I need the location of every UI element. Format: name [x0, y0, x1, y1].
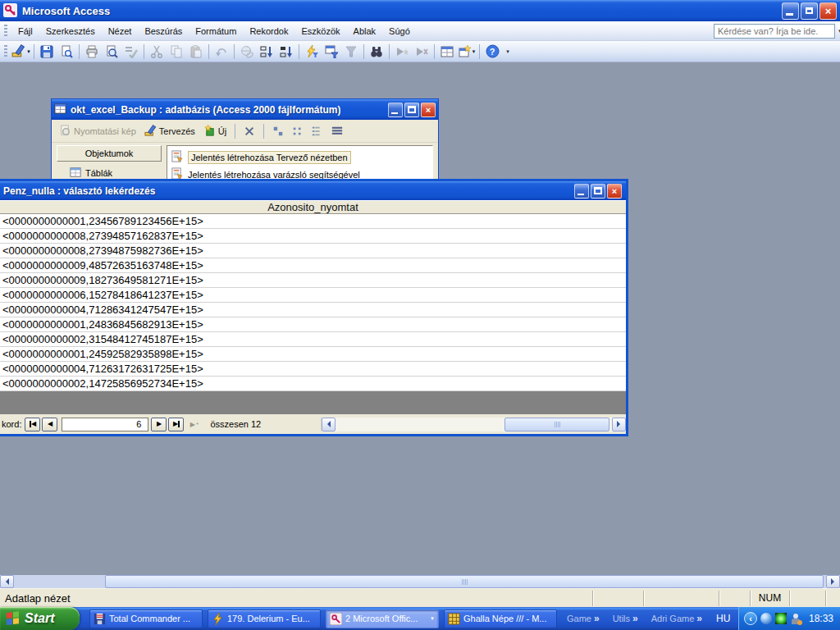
language-indicator[interactable]: HU [716, 613, 730, 624]
list-item[interactable]: Jelentés létrehozása Tervező nézetben [169, 148, 431, 166]
graphics-tray-icon[interactable] [790, 613, 802, 625]
taskbar-toolbar-adri-game[interactable]: Adri Game» [651, 613, 702, 624]
scrollbar-thumb[interactable] [105, 575, 824, 588]
table-row[interactable]: <0000000000008,27394857162837E+15> [0, 229, 626, 244]
table-row[interactable]: <0000000000009,48572635163748E+15> [0, 258, 626, 273]
minimize-button[interactable] [782, 2, 799, 20]
db-maximize-button[interactable] [404, 103, 419, 117]
small-icons-button[interactable] [290, 124, 306, 139]
table-row[interactable]: <0000000000006,15278418641237E+15> [0, 288, 626, 303]
taskbar-task-total-commander[interactable]: Total Commander ... [89, 609, 203, 628]
design-button[interactable]: Tervezés [142, 123, 198, 139]
save-button[interactable] [37, 43, 57, 61]
print-preview-button[interactable] [102, 43, 121, 61]
maximize-icon [408, 106, 416, 113]
current-record-input[interactable]: 6 [62, 418, 148, 431]
db-close-button[interactable]: × [421, 103, 436, 117]
query-close-button[interactable]: × [607, 184, 622, 199]
objects-header-label: Objektumok [85, 148, 134, 158]
table-row[interactable]: <0000000000008,27394875982736E+15> [0, 244, 626, 258]
chevron-down-icon[interactable]: ▼ [430, 616, 435, 621]
table-row[interactable]: <0000000000009,18273649581271E+15> [0, 273, 626, 288]
toolbar-label: Game [567, 614, 591, 623]
taskbar-toolbar-utils[interactable]: Utils» [613, 613, 638, 624]
horizontal-scrollbar [321, 418, 626, 431]
last-record-button[interactable]: ▶ [168, 418, 184, 431]
table-row[interactable]: <0000000000002,31548412745187E+15> [0, 332, 626, 347]
chevron-icon[interactable]: » [696, 613, 702, 624]
new-button[interactable]: Új [201, 123, 229, 139]
scroll-right-button[interactable] [826, 575, 840, 588]
taskbar-task-microsoft-office[interactable]: 2 Microsoft Offic... ▼ [326, 609, 439, 628]
messenger-tray-icon[interactable] [775, 613, 787, 624]
sort-ascending-button[interactable] [257, 43, 276, 61]
db-minimize-button[interactable] [388, 103, 403, 117]
insert-hyperlink-button [237, 43, 257, 61]
menu-insert[interactable]: Beszúrás [138, 24, 189, 39]
scroll-left-button[interactable] [322, 418, 336, 431]
query-window-titlebar: Penz_nulla : választó lekérdezés × [0, 181, 626, 200]
query-minimize-button[interactable] [574, 184, 589, 199]
first-record-button[interactable]: ◀ [25, 418, 40, 431]
menu-help[interactable]: Súgó [382, 24, 417, 39]
scrollbar-thumb[interactable] [504, 418, 609, 431]
menu-view[interactable]: Nézet [102, 24, 139, 39]
menu-file[interactable]: Fájl [11, 24, 39, 39]
close-icon: × [612, 186, 617, 196]
details-view-button[interactable] [329, 124, 345, 139]
toolbar-options-chevron[interactable]: ▾ [502, 43, 514, 61]
restore-button[interactable] [801, 2, 818, 20]
database-window-button[interactable] [437, 43, 457, 61]
filter-by-form-button[interactable] [322, 43, 341, 61]
new-record-button [392, 43, 412, 61]
copy-button [167, 43, 186, 61]
start-button[interactable]: Start [0, 607, 80, 630]
table-row[interactable]: <0000000000001,24836845682913E+15> [0, 317, 626, 332]
ask-question-input[interactable] [714, 26, 838, 36]
previous-record-button[interactable]: ◀ [42, 418, 57, 431]
menu-format[interactable]: Formátum [189, 24, 243, 39]
view-button[interactable]: ▼ [11, 43, 31, 61]
query-maximize-button[interactable] [591, 184, 605, 199]
new-object-button[interactable]: ▼ [457, 43, 477, 61]
menu-edit[interactable]: Szerkesztés [39, 24, 102, 39]
database-window-toolbar: Nyomtatási kép Tervezés Új [52, 120, 438, 143]
chevron-icon[interactable]: » [594, 613, 600, 624]
list-view-button[interactable] [309, 124, 326, 139]
find-button[interactable] [367, 43, 386, 61]
network-globe-icon[interactable] [760, 613, 772, 624]
taskbar-task-ghalla-nepe[interactable]: Ghalla Népe /// - M... [444, 609, 557, 628]
hide-icons-chevron[interactable]: ‹ [744, 612, 757, 625]
table-row[interactable]: <0000000000001,23456789123456E+15> [0, 214, 626, 229]
query-window: Penz_nulla : választó lekérdezés × Azono… [0, 179, 628, 436]
table-row[interactable]: <0000000000004,71286341247547E+15> [0, 303, 626, 317]
table-row[interactable]: <0000000000001,24592582935898E+15> [0, 347, 626, 362]
taskbar-task-winamp[interactable]: 179. Delerium - Eu... [208, 609, 321, 628]
scroll-right-button[interactable] [612, 418, 626, 431]
table-row[interactable]: <0000000000004,71263172631725E+15> [0, 362, 626, 377]
scroll-left-button[interactable] [0, 575, 14, 588]
menu-tools[interactable]: Eszközök [294, 24, 346, 39]
next-record-icon: ▶ [157, 421, 162, 427]
file-search-button[interactable] [57, 43, 76, 61]
objects-header-button[interactable]: Objektumok [57, 145, 162, 162]
taskbar-toolbar-game[interactable]: Game» [567, 613, 600, 624]
column-header[interactable]: Azonosito_nyomtat [0, 200, 626, 214]
menubar-grip[interactable] [4, 25, 7, 38]
menu-records[interactable]: Rekordok [243, 24, 294, 39]
large-icons-button[interactable] [270, 124, 286, 139]
ask-question-box[interactable]: ▼ [714, 24, 835, 39]
print-button[interactable] [82, 43, 102, 61]
close-button[interactable]: × [819, 2, 837, 20]
status-segment [825, 591, 840, 606]
toolbar-grip[interactable] [4, 45, 7, 58]
filter-by-selection-button[interactable] [302, 43, 322, 61]
next-record-button[interactable]: ▶ [151, 418, 167, 431]
delete-button[interactable] [241, 124, 258, 139]
chevron-icon[interactable]: » [632, 613, 638, 624]
table-row[interactable]: <0000000000002,14725856952734E+15> [0, 377, 626, 391]
mdi-horizontal-scrollbar [0, 575, 840, 588]
menu-window[interactable]: Ablak [347, 24, 383, 39]
help-button[interactable]: ? [482, 43, 502, 61]
sort-descending-button[interactable] [276, 43, 296, 61]
